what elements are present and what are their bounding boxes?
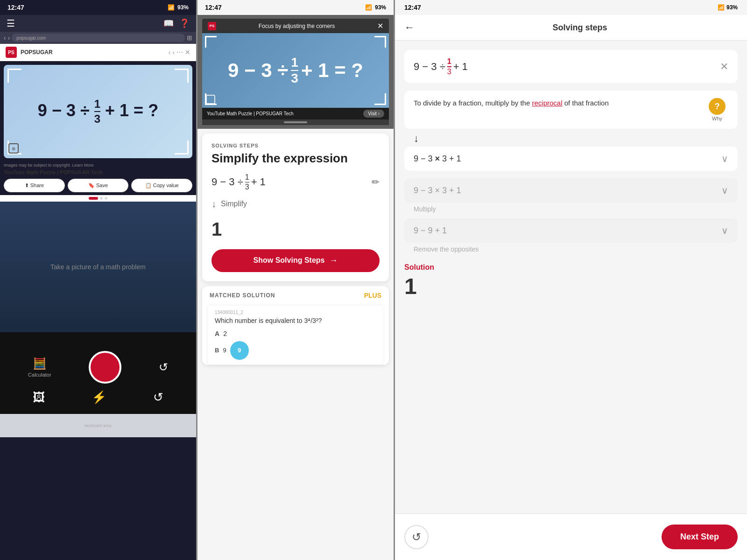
show-steps-label: Show Solving Steps: [254, 256, 325, 265]
video-title: YouTube Math Puzzle | POPSUGAR Tech: [207, 111, 294, 116]
step-explanation: To divide by a fraction, multiply by the…: [404, 91, 738, 129]
flash-icon[interactable]: ⚡: [92, 390, 106, 405]
browser-back[interactable]: ‹: [4, 34, 6, 42]
back-button[interactable]: ←: [404, 21, 415, 34]
signal-icon-mid: 📶: [365, 4, 372, 11]
video-footer: YouTube Math Puzzle | POPSUGAR Tech Visi…: [202, 108, 389, 119]
step2-result: 9 − 3 × 3 + 1 ∨: [404, 147, 738, 171]
step4-chevron[interactable]: ∨: [721, 225, 728, 236]
matched-image-id: 134080011_2: [215, 310, 376, 315]
simplify-row: ↓ Simplify: [211, 199, 380, 210]
reciprocal-link[interactable]: reciprocal: [532, 99, 562, 107]
bracket-tr: [175, 69, 189, 83]
scan-icon-capture: [206, 95, 215, 104]
why-circle[interactable]: ?: [709, 98, 726, 115]
signal-icon: 📶: [168, 4, 175, 11]
bottom-bar: ↺ Next Step: [395, 513, 747, 560]
status-bar-left: 12:47 📶 93%: [0, 0, 196, 15]
simplify-arrow-icon: ↓: [211, 199, 216, 210]
option-circle: 9: [230, 341, 249, 360]
shutter-button[interactable]: [89, 351, 121, 384]
gallery-icon[interactable]: 🖼: [33, 390, 45, 405]
show-solving-steps-button[interactable]: Show Solving Steps →: [211, 249, 380, 272]
math-capture-area: 9 − 3 ÷ 13 + 1 = ? ⊕: [4, 65, 192, 158]
undo-icon: ↺: [159, 361, 168, 374]
solving-label: SOLVING STEPS: [211, 143, 380, 148]
progress-bar: [284, 121, 307, 123]
book-icon[interactable]: 📖: [163, 18, 174, 28]
expression-row: 9 − 3 ÷ 13 + 1 ✏: [211, 173, 380, 191]
step-down-arrow: ↓: [404, 131, 738, 147]
camera-controls: 🧮 Calculator ↺ 🖼 ⚡ ↺: [0, 332, 196, 414]
step-text: To divide by a fraction, multiply by the…: [414, 98, 699, 109]
focus-overlay: PS Focus by adjusting the corners ✕ 9 − …: [197, 15, 394, 129]
battery-right: 93%: [726, 4, 738, 11]
close-overlay-button[interactable]: ✕: [377, 21, 383, 30]
tabs-icon[interactable]: ⊞: [187, 34, 192, 42]
calculator-item[interactable]: 🧮 Calculator: [28, 357, 51, 378]
keyboard-bar: keyboard area: [0, 414, 196, 437]
why-label: Why: [712, 116, 722, 121]
option-b-label: B: [215, 347, 219, 354]
desktop-prompt: Take a picture of a math problem: [50, 263, 146, 271]
browser-forward[interactable]: ›: [8, 34, 10, 42]
image-credit: Images may be subject to copyright. Lear…: [0, 162, 196, 168]
step4-math: 9 − 9 + 1: [414, 226, 447, 236]
visit-button[interactable]: Visit ›: [363, 110, 384, 118]
bracket-tl: [7, 69, 21, 83]
capture-br: [374, 93, 386, 105]
matched-header: MATCHED SOLUTION PLUS: [202, 286, 389, 305]
step3-chevron[interactable]: ∨: [721, 185, 728, 196]
capture-tr: [374, 36, 386, 48]
fraction-inline: 13: [245, 173, 249, 191]
step3-label: Multiply: [404, 204, 738, 218]
panel-solving: 12:47 📶 93% PS Focus by adjusting the co…: [197, 0, 394, 560]
solving-title: Simplify the expression: [211, 151, 380, 166]
save-button[interactable]: 🔖 Save: [68, 179, 129, 192]
matched-image: 134080011_2 Which number is equivalent t…: [207, 305, 384, 365]
popsugar-header: PS POPSUGAR ‹ › ⋯ ✕: [0, 44, 196, 61]
capture-tl: [205, 36, 217, 48]
replay-button[interactable]: ↺: [404, 525, 429, 549]
option-a-label: A: [215, 330, 219, 337]
share-icon: ⬆: [25, 182, 29, 188]
fraction-top: 13: [447, 57, 451, 76]
right-page-title: Solving steps: [422, 23, 738, 33]
next-step-button[interactable]: Next Step: [662, 525, 738, 549]
undo-item[interactable]: ↺: [159, 361, 168, 374]
nav-next[interactable]: ›: [172, 49, 175, 56]
calculator-icon: 🧮: [33, 357, 47, 370]
math-capture-box: 9 − 3 ÷ 13 + 1 = ?: [202, 33, 389, 108]
copy-button[interactable]: 📋 Copy value: [131, 179, 192, 192]
copy-icon: 📋: [145, 182, 152, 188]
step3-row: 9 − 3 × 3 + 1 ∨: [404, 178, 738, 203]
time-middle: 12:47: [205, 4, 222, 11]
matched-solution-card: MATCHED SOLUTION PLUS 134080011_2 Which …: [202, 286, 389, 365]
fraction-left: 13: [94, 98, 100, 126]
reset-icon[interactable]: ↺: [153, 390, 163, 405]
math-eq-capture: 9 − 3 ÷ 13 + 1 = ?: [228, 56, 363, 85]
share-button[interactable]: ⬆ Share: [4, 179, 65, 192]
help-icon[interactable]: ❓: [179, 18, 190, 28]
hamburger-icon[interactable]: ☰: [7, 18, 15, 29]
matched-label: MATCHED SOLUTION: [210, 292, 275, 299]
nav-close[interactable]: ✕: [185, 49, 190, 56]
panel-camera: 12:47 📶 93% ☰ 📖 ❓ ‹ › popsugar.com ⊞ PS …: [0, 0, 196, 560]
video-title-left: YouTube Math Puzzle | POPSUGAR Tech: [0, 168, 196, 176]
edit-icon[interactable]: ✏: [372, 176, 380, 188]
camera-icon-row: 🧮 Calculator ↺: [9, 351, 187, 384]
option-a-row: A 2: [215, 328, 376, 339]
chevron-down-icon[interactable]: ∨: [721, 153, 728, 164]
bookmark-icon: 🔖: [88, 182, 95, 188]
nav-more[interactable]: ⋯: [176, 49, 183, 56]
step3-math: 9 − 3 × 3 + 1: [414, 186, 461, 196]
fraction-capture: 13: [291, 56, 298, 85]
url-bar[interactable]: popsugar.com: [12, 34, 185, 42]
nav-prev[interactable]: ‹: [169, 49, 171, 56]
battery-left: 93%: [177, 4, 189, 11]
popsugar-title-text: POPSUGAR: [21, 49, 53, 56]
calculator-label: Calculator: [28, 372, 51, 378]
desktop-area: Take a picture of a math problem: [0, 202, 196, 332]
dismiss-button[interactable]: ✕: [720, 61, 728, 73]
solution-section: Solution 1: [404, 259, 738, 301]
